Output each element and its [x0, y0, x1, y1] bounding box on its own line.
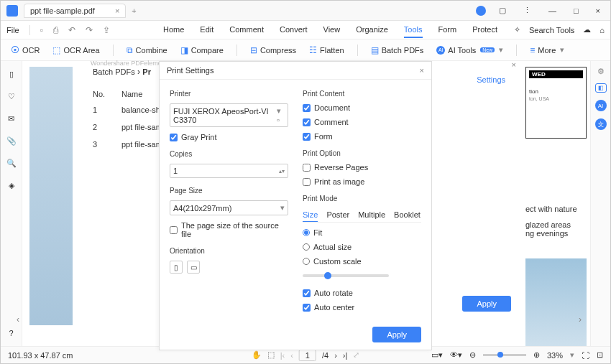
menu-comment[interactable]: Comment — [229, 22, 264, 38]
resize-icon[interactable]: ⤢ — [353, 350, 359, 360]
thumbnails-icon[interactable]: ▯ — [9, 70, 14, 79]
kebab-icon[interactable]: ⋮ — [519, 4, 536, 17]
close-tab-icon[interactable]: × — [115, 6, 119, 15]
read-mode-icon[interactable]: 👁▾ — [450, 350, 462, 360]
reverse-pages-checkbox[interactable]: Reverse Pages — [303, 163, 421, 172]
custom-scale-radio[interactable]: Custom scale — [303, 257, 421, 266]
settings-link[interactable]: Settings — [477, 75, 505, 84]
layers-icon[interactable]: ◈ — [9, 181, 14, 190]
ocr-area-button[interactable]: ⬚OCR Area — [52, 45, 99, 55]
page-number-input[interactable]: 1 — [299, 350, 316, 361]
print-as-image-checkbox[interactable]: Print as image — [303, 177, 421, 186]
zoom-in-icon[interactable]: ⊕ — [533, 350, 540, 360]
dialog-close-icon[interactable]: × — [420, 66, 424, 75]
copies-input[interactable]: 1▴▾ — [170, 164, 288, 178]
minimize-icon[interactable]: — — [544, 5, 561, 17]
left-rail: ▯ ♡ ✉ 📎 🔍 ◈ ? — [1, 61, 22, 346]
print-icon[interactable]: ⎙ — [53, 25, 58, 35]
tab-multiple[interactable]: Multiple — [358, 208, 385, 222]
ocr-area-icon: ⬚ — [52, 45, 60, 55]
wand-icon[interactable]: ✧ — [514, 25, 520, 34]
scale-slider[interactable] — [303, 274, 389, 277]
fullscreen-icon[interactable]: ⊡ — [597, 350, 603, 360]
menu-tools[interactable]: Tools — [404, 22, 423, 38]
panel-icon[interactable]: ▢ — [495, 4, 510, 17]
share-icon[interactable]: ⇪ — [103, 25, 110, 35]
page-size-select[interactable]: A4(210x297mm)▾ — [170, 200, 288, 215]
compare-button[interactable]: ◨Compare — [180, 45, 224, 55]
coordinates-display: 101.93 x 47.87 cm — [8, 351, 73, 360]
flatten-button[interactable]: ☷Flatten — [309, 45, 344, 55]
translate-icon[interactable]: 文 — [595, 118, 607, 130]
user-avatar-icon[interactable] — [476, 6, 486, 16]
sliders-icon[interactable]: ⚙ — [597, 67, 605, 76]
page-total: /4 — [322, 351, 329, 360]
ai-sidebar-icon[interactable]: AI — [595, 100, 607, 111]
dialog-apply-button[interactable]: Apply — [372, 327, 421, 342]
tab-size[interactable]: Size — [303, 208, 318, 222]
document-tab[interactable]: ppt file-sample.pdf × — [24, 4, 126, 18]
maximize-icon[interactable]: □ — [569, 5, 583, 17]
home-icon[interactable]: ⌂ — [599, 26, 605, 34]
zoom-level[interactable]: 33% — [547, 351, 563, 360]
content-comment-checkbox[interactable]: Comment — [303, 118, 421, 126]
menu-home[interactable]: Home — [163, 22, 184, 38]
first-page-icon[interactable]: |‹ — [280, 351, 285, 360]
content-form-checkbox[interactable]: Form — [303, 132, 421, 141]
spinner-icon[interactable]: ▴▾ — [279, 168, 285, 174]
dialog-title: Print Settings — [167, 66, 213, 75]
menu-edit[interactable]: Edit — [200, 22, 213, 38]
new-tab-icon[interactable]: + — [132, 6, 136, 15]
next-page-nav-icon[interactable]: › — [579, 314, 589, 325]
select-tool-icon[interactable]: ⬚ — [267, 350, 275, 360]
cloud-icon[interactable]: ☁ — [583, 25, 591, 34]
file-menu[interactable]: File — [6, 26, 19, 34]
combine-button[interactable]: ⧉Combine — [127, 45, 167, 55]
undo-icon[interactable]: ↶ — [68, 25, 75, 35]
menu-form[interactable]: Form — [438, 22, 457, 38]
printer-select[interactable]: FUJI XEROX ApeosPort-VI C3370▾ ▫ — [170, 103, 288, 127]
redo-icon[interactable]: ↷ — [86, 25, 93, 35]
menu-convert[interactable]: Convert — [280, 22, 308, 38]
content-document-checkbox[interactable]: Document — [303, 103, 421, 112]
help-icon[interactable]: ? — [9, 329, 13, 337]
zoom-out-icon[interactable]: ⊖ — [469, 350, 476, 360]
gray-print-checkbox[interactable]: Gray Print — [170, 133, 288, 141]
last-page-icon[interactable]: ›| — [343, 351, 348, 360]
ocr-button[interactable]: ⦿OCR — [11, 45, 40, 55]
chevron-down-icon[interactable]: ▾ — [570, 350, 574, 360]
prev-page-icon[interactable]: ‹ — [290, 351, 293, 360]
panel-apply-button[interactable]: Apply — [462, 296, 511, 312]
prev-page-nav-icon[interactable]: ‹ — [17, 314, 27, 325]
auto-center-checkbox[interactable]: Auto center — [303, 303, 421, 312]
close-window-icon[interactable]: × — [592, 5, 605, 17]
menu-organize[interactable]: Organize — [356, 22, 388, 38]
tab-poster[interactable]: Poster — [326, 208, 349, 222]
batch-pdfs-button[interactable]: ▤Batch PDFs — [371, 45, 424, 55]
comment-panel-icon[interactable]: ✉ — [8, 114, 14, 123]
tab-booklet[interactable]: Booklet — [394, 208, 421, 222]
ai-tools-button[interactable]: AIAI ToolsNew▾ — [436, 45, 503, 55]
save-icon[interactable]: ▫ — [40, 25, 43, 35]
toggle-rail-icon[interactable]: ◧ — [595, 83, 607, 93]
compress-button[interactable]: ⊟Compress — [250, 45, 296, 55]
search-tools[interactable]: Search Tools — [529, 26, 574, 34]
menu-view[interactable]: View — [323, 22, 341, 38]
actual-size-radio[interactable]: Actual size — [303, 243, 421, 251]
more-button[interactable]: ≡More▾ — [530, 45, 564, 55]
fit-width-icon[interactable]: ⛶ — [582, 351, 589, 360]
portrait-button[interactable]: ▯ — [170, 261, 183, 274]
menu-protect[interactable]: Protect — [472, 22, 497, 38]
attachment-icon[interactable]: 📎 — [6, 136, 17, 146]
search-icon[interactable]: 🔍 — [6, 159, 17, 168]
landscape-button[interactable]: ▭ — [187, 261, 200, 274]
source-file-size-checkbox[interactable]: The page size of the source file — [170, 221, 288, 238]
hand-tool-icon[interactable]: ✋ — [252, 350, 262, 360]
zoom-slider[interactable] — [483, 354, 526, 356]
view-mode-icon[interactable]: ▭▾ — [431, 350, 443, 360]
fit-radio[interactable]: Fit — [303, 228, 421, 237]
bookmark-icon[interactable]: ♡ — [8, 92, 15, 101]
panel-close-icon[interactable]: × — [512, 60, 516, 69]
next-page-icon[interactable]: › — [334, 351, 337, 360]
auto-rotate-checkbox[interactable]: Auto rotate — [303, 289, 421, 297]
